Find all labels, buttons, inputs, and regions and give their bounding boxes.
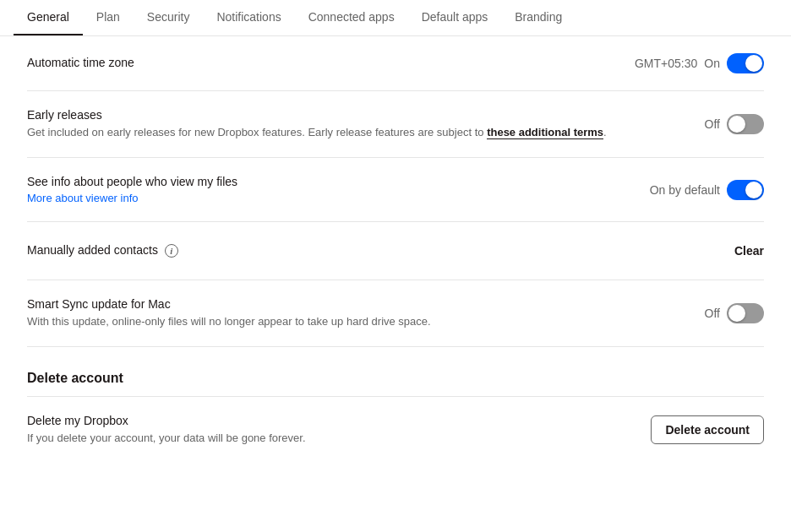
tab-branding[interactable]: Branding — [501, 0, 576, 35]
manual-contacts-row: Manually added contacts i Clear — [27, 222, 764, 280]
manual-contacts-title: Manually added contacts i — [27, 243, 714, 258]
early-releases-toggle[interactable] — [727, 114, 764, 134]
early-releases-title: Early releases — [27, 108, 685, 122]
tab-default-apps[interactable]: Default apps — [408, 0, 502, 35]
tab-security[interactable]: Security — [134, 0, 204, 35]
manual-contacts-left: Manually added contacts i — [27, 243, 714, 259]
tab-plan[interactable]: Plan — [83, 0, 134, 35]
delete-account-title: Delete my Dropbox — [27, 414, 630, 427]
viewer-info-right: On by default — [650, 180, 764, 200]
viewer-info-left: See info about people who view my files … — [27, 175, 630, 204]
viewer-info-status: On by default — [650, 183, 720, 197]
auto-timezone-row: Automatic time zone GMT+05:30 On — [27, 36, 764, 91]
auto-timezone-thumb — [745, 55, 762, 72]
early-releases-terms-link[interactable]: these additional terms — [487, 126, 603, 139]
delete-account-button[interactable]: Delete account — [651, 415, 764, 444]
delete-account-right: Delete account — [651, 415, 764, 444]
smart-sync-status: Off — [705, 307, 720, 320]
viewer-info-row: See info about people who view my files … — [27, 158, 764, 222]
smart-sync-right: Off — [705, 303, 764, 323]
delete-account-desc: If you delete your account, your data wi… — [27, 431, 630, 446]
tab-notifications[interactable]: Notifications — [203, 0, 294, 35]
auto-timezone-title: Automatic time zone — [27, 56, 614, 69]
delete-section-header: Delete account — [27, 347, 764, 396]
early-releases-row: Early releases Get included on early rel… — [27, 91, 764, 158]
manual-contacts-info-icon[interactable]: i — [165, 244, 178, 258]
tab-general[interactable]: General — [14, 0, 83, 35]
viewer-info-toggle[interactable] — [727, 180, 764, 200]
manual-contacts-right: Clear — [734, 239, 764, 263]
smart-sync-row: Smart Sync update for Mac With this upda… — [27, 280, 764, 347]
early-releases-right: Off — [705, 114, 764, 134]
auto-timezone-value: GMT+05:30 — [635, 57, 697, 70]
viewer-info-title: See info about people who view my files — [27, 175, 630, 188]
early-releases-status: Off — [705, 117, 720, 131]
early-releases-left: Early releases Get included on early rel… — [27, 108, 685, 140]
auto-timezone-right: GMT+05:30 On — [635, 53, 764, 73]
smart-sync-left: Smart Sync update for Mac With this upda… — [27, 297, 685, 329]
delete-account-left: Delete my Dropbox If you delete your acc… — [27, 414, 630, 446]
auto-timezone-toggle[interactable] — [727, 53, 764, 73]
smart-sync-toggle[interactable] — [727, 303, 764, 323]
auto-timezone-status: On — [704, 57, 720, 70]
delete-account-row: Delete my Dropbox If you delete your acc… — [27, 397, 764, 463]
smart-sync-desc: With this update, online-only files will… — [27, 314, 685, 329]
early-releases-desc-after: . — [603, 126, 607, 138]
viewer-info-thumb — [745, 182, 762, 198]
delete-section-title: Delete account — [27, 371, 764, 386]
viewer-info-more-link[interactable]: More about viewer info — [27, 192, 630, 204]
tab-connected-apps[interactable]: Connected apps — [295, 0, 408, 35]
auto-timezone-left: Automatic time zone — [27, 56, 614, 71]
manual-contacts-clear-button[interactable]: Clear — [734, 239, 764, 263]
early-releases-desc: Get included on early releases for new D… — [27, 125, 685, 140]
nav-tabs: General Plan Security Notifications Conn… — [0, 0, 791, 36]
early-releases-desc-before: Get included on early releases for new D… — [27, 126, 487, 138]
smart-sync-title: Smart Sync update for Mac — [27, 297, 685, 311]
settings-content: Automatic time zone GMT+05:30 On Early r… — [0, 36, 791, 464]
early-releases-thumb — [728, 116, 745, 133]
